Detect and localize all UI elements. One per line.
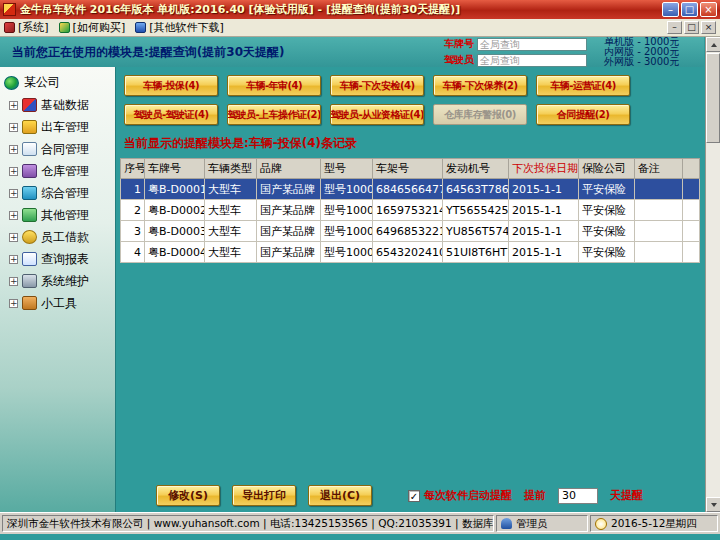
tab-vehicle-insurance[interactable]: 车辆-投保(4) <box>124 75 218 96</box>
title-bar: 金牛吊车软件 2016年版本 单机版:2016.40 [体验试用版] - [提醒… <box>0 0 720 19</box>
app-icon <box>3 3 16 16</box>
expand-icon[interactable]: + <box>9 211 18 220</box>
tab-vehicle-maintenance[interactable]: 车辆-下次保养(2) <box>433 75 527 96</box>
expand-icon[interactable]: + <box>9 189 18 198</box>
download-menu-icon <box>135 22 146 33</box>
driver-label: 驾驶员 <box>444 53 474 67</box>
tab-driver-license[interactable]: 驾驶员-驾驶证(4) <box>124 104 218 125</box>
sidebar-item-other[interactable]: + 其他管理 <box>0 204 115 226</box>
col-index: 序号 <box>121 159 145 179</box>
loan-icon <box>22 230 37 244</box>
menu-how-to-buy[interactable]: [如何购买] <box>59 20 126 35</box>
col-brand: 品牌 <box>257 159 321 179</box>
reminder-buttons-row-1: 车辆-投保(4) 车辆-年审(4) 车辆-下次安检(4) 车辆-下次保养(2) … <box>124 75 704 96</box>
sidebar-item-dispatch[interactable]: + 出车管理 <box>0 116 115 138</box>
expand-icon[interactable]: + <box>9 145 18 154</box>
date-panel: 2016-5-12星期四 <box>590 515 718 532</box>
truck-icon <box>22 120 37 134</box>
col-vin: 车架号 <box>373 159 443 179</box>
mdi-minimize-button[interactable]: – <box>667 21 682 34</box>
driver-search-input[interactable] <box>477 54 587 67</box>
contract-icon <box>22 142 37 156</box>
menu-other-downloads-label: [其他软件下载] <box>149 20 224 35</box>
vertical-scrollbar[interactable] <box>705 37 720 512</box>
plate-search-input[interactable] <box>477 38 587 51</box>
user-icon <box>501 518 512 529</box>
app-window: 金牛吊车软件 2016年版本 单机版:2016.40 [体验试用版] - [提醒… <box>0 0 720 540</box>
col-plate: 车牌号 <box>145 159 205 179</box>
expand-icon[interactable]: + <box>9 299 18 308</box>
sidebar-item-maintenance[interactable]: + 系统维护 <box>0 270 115 292</box>
close-button[interactable]: × <box>700 2 717 17</box>
menu-system-label: [系统] <box>18 20 49 35</box>
col-vehicle-type: 车辆类型 <box>205 159 257 179</box>
sidebar-item-warehouse[interactable]: + 仓库管理 <box>0 160 115 182</box>
export-print-button[interactable]: 导出打印 <box>232 485 296 506</box>
table-row[interactable]: 1 粤B-D0001 大型车 国产某品牌 型号1000 6846566477 6… <box>121 179 700 200</box>
reminder-buttons-row-2: 驾驶员-驾驶证(4) 驾驶员-上车操作证(2) 驾驶员-从业资格证(4) 仓库库… <box>124 104 704 125</box>
module-header: 当前您正在使用的模块是:提醒查询(提前30天提醒) 车牌号 驾驶员 单机版 - … <box>0 37 704 67</box>
tab-driver-operation-cert[interactable]: 驾驶员-上车操作证(2) <box>227 104 321 125</box>
company-info-panel: 深圳市金牛软件技术有限公司 | www.yuhansoft.com | 电话:1… <box>2 515 494 532</box>
col-insurer: 保险公司 <box>579 159 635 179</box>
sidebar-item-tools[interactable]: + 小工具 <box>0 292 115 314</box>
expand-icon[interactable]: + <box>9 167 18 176</box>
global-search-area: 车牌号 驾驶员 <box>444 37 596 67</box>
menu-system[interactable]: [系统] <box>4 20 49 35</box>
scroll-up-button[interactable] <box>706 37 720 52</box>
col-remark: 备注 <box>635 159 683 179</box>
scroll-down-button[interactable] <box>706 497 720 512</box>
mdi-restore-button[interactable]: □ <box>684 21 699 34</box>
price-list: 单机版 - 1000元 内网版 - 2000元 外网版 - 3000元 <box>604 37 698 67</box>
sidebar-item-comprehensive[interactable]: + 综合管理 <box>0 182 115 204</box>
menu-bar: [系统] [如何购买] [其他软件下载] – □ × <box>0 19 720 37</box>
comprehensive-icon <box>22 186 37 200</box>
tools-icon <box>22 296 37 310</box>
expand-icon[interactable]: + <box>9 255 18 264</box>
exit-button[interactable]: 退出(C) <box>308 485 372 506</box>
tab-vehicle-operation-cert[interactable]: 车辆-运营证(4) <box>536 75 630 96</box>
globe-icon <box>4 76 19 90</box>
menu-how-to-buy-label: [如何购买] <box>73 20 126 35</box>
sidebar-item-contract[interactable]: + 合同管理 <box>0 138 115 160</box>
sidebar-item-basic-data[interactable]: + 基础数据 <box>0 94 115 116</box>
maximize-button[interactable]: □ <box>681 2 698 17</box>
price-internet: 外网版 - 3000元 <box>604 57 698 67</box>
minimize-button[interactable]: – <box>662 2 679 17</box>
up-arrow-icon <box>711 43 717 47</box>
modify-button[interactable]: 修改(S) <box>156 485 220 506</box>
company-root-label: 某公司 <box>24 74 60 91</box>
records-table: 序号 车牌号 车辆类型 品牌 型号 车架号 发动机号 下次投保日期 保险公司 备… <box>120 158 700 263</box>
table-row[interactable]: 2 粤B-D0002 大型车 国产某品牌 型号1000 1659753214 Y… <box>121 200 700 221</box>
tab-contract-reminder[interactable]: 合同提醒(2) <box>536 104 630 125</box>
advance-days-input[interactable] <box>558 488 598 504</box>
sidebar-item-reports[interactable]: + 查询报表 <box>0 248 115 270</box>
startup-reminder-checkbox[interactable]: ✓ <box>408 490 420 502</box>
menu-other-downloads[interactable]: [其他软件下载] <box>135 20 224 35</box>
expand-icon[interactable]: + <box>9 233 18 242</box>
col-next-insurance-date: 下次投保日期 <box>509 159 579 179</box>
expand-icon[interactable]: + <box>9 123 18 132</box>
table-header-row: 序号 车牌号 车辆类型 品牌 型号 车架号 发动机号 下次投保日期 保险公司 备… <box>121 159 700 179</box>
tab-vehicle-annual-review[interactable]: 车辆-年审(4) <box>227 75 321 96</box>
sidebar-item-employee-loan[interactable]: + 员工借款 <box>0 226 115 248</box>
scrollbar-thumb[interactable] <box>706 53 720 143</box>
basic-data-icon <box>22 98 37 112</box>
current-module-text: 当前您正在使用的模块是:提醒查询(提前30天提醒) <box>12 44 436 61</box>
user-panel: 管理员 <box>496 515 588 532</box>
other-mgmt-icon <box>22 208 37 222</box>
window-controls: – □ × <box>662 2 717 17</box>
expand-icon[interactable]: + <box>9 101 18 110</box>
clock-icon <box>595 518 607 530</box>
tab-vehicle-safety-check[interactable]: 车辆-下次安检(4) <box>330 75 424 96</box>
col-engine: 发动机号 <box>443 159 509 179</box>
current-date-text: 2016-5-12星期四 <box>611 517 697 531</box>
table-row[interactable]: 3 粤B-D0003 大型车 国产某品牌 型号1000 6496853221 Y… <box>121 221 700 242</box>
table-row[interactable]: 4 粤B-D0004 大型车 国产某品牌 型号1000 6543202410 5… <box>121 242 700 263</box>
sidebar-root-company[interactable]: 某公司 <box>0 71 115 94</box>
mdi-close-button[interactable]: × <box>701 21 716 34</box>
company-info-text: 深圳市金牛软件技术有限公司 | www.yuhansoft.com | 电话:1… <box>7 517 494 531</box>
tab-driver-qualification[interactable]: 驾驶员-从业资格证(4) <box>330 104 424 125</box>
mdi-window-controls: – □ × <box>667 21 716 34</box>
expand-icon[interactable]: + <box>9 277 18 286</box>
